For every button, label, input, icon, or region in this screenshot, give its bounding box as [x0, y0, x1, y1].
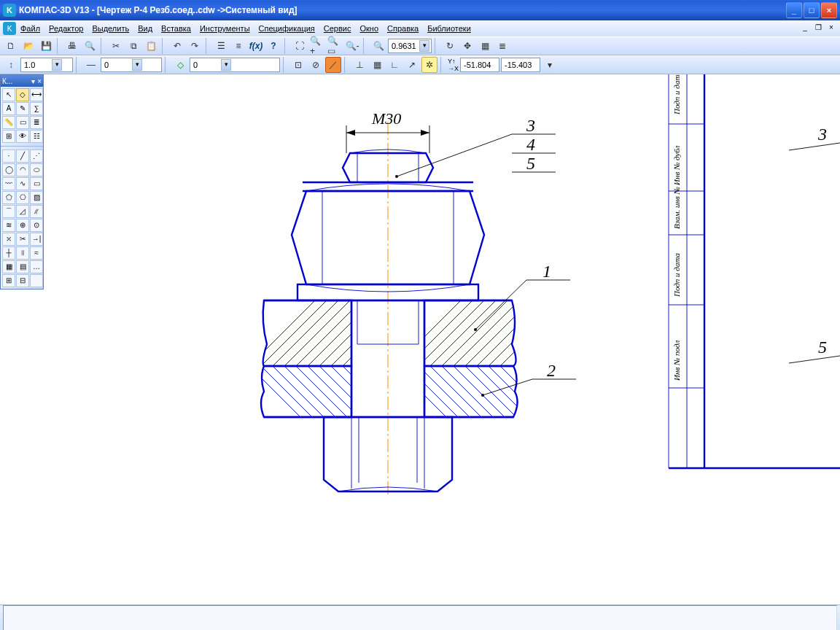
maximize-button[interactable]: □ [804, 2, 820, 18]
geo-proj[interactable]: ⊙ [30, 219, 43, 232]
snap-end-button[interactable]: ⊡ [290, 57, 306, 73]
geo-axis[interactable]: ┼ [2, 246, 15, 260]
menu-tools[interactable]: Инструменты [195, 23, 254, 34]
menu-libs[interactable]: Библиотеки [423, 23, 475, 34]
menu-file[interactable]: Файл [16, 23, 44, 34]
coord-lock-button[interactable]: ▾ [542, 57, 558, 73]
minimize-button[interactable]: _ [786, 2, 802, 18]
zoom-fit-button[interactable]: ⛶ [292, 38, 308, 54]
coord-x-field[interactable]: -51.804 [460, 58, 499, 72]
new-button[interactable]: 🗋 [3, 38, 19, 54]
tool-spec[interactable]: ≣ [30, 116, 43, 129]
tool-view[interactable]: 👁 [16, 130, 29, 143]
help-button[interactable]: ? [265, 38, 281, 54]
layer-icon[interactable]: ◇ [172, 57, 188, 73]
geo-break[interactable]: ⤫ [2, 233, 15, 246]
open-button[interactable]: 📂 [20, 38, 36, 54]
menu-insert[interactable]: Вставка [157, 23, 195, 34]
geo-wave[interactable]: ≈ [30, 246, 43, 260]
layer-combo[interactable]: 0▾ [190, 58, 280, 72]
mdi-restore-button[interactable]: ❐ [812, 23, 824, 34]
menu-spec[interactable]: Спецификация [254, 23, 319, 34]
views-button[interactable]: ▦ [477, 38, 493, 54]
geo-arc[interactable]: ◠ [16, 163, 29, 176]
tool-dim[interactable]: ⟷ [30, 88, 43, 101]
close-button[interactable]: × [821, 2, 837, 18]
property-body[interactable] [3, 605, 837, 630]
snap-toggle-button[interactable]: ✲ [421, 57, 438, 73]
zoom-out-button[interactable]: 🔍- [344, 38, 360, 54]
axis-button[interactable]: ∟ [386, 57, 402, 73]
zoom-combo[interactable]: 0.9631▾ [388, 39, 432, 53]
geo-table[interactable]: ▦ [2, 260, 15, 273]
pan-button[interactable]: ✥ [459, 38, 475, 54]
tool-arrow[interactable]: ↖ [2, 88, 15, 101]
save-button[interactable]: 💾 [38, 38, 54, 54]
copy-button[interactable]: ⧉ [125, 38, 141, 54]
grid-button[interactable]: ▦ [369, 57, 385, 73]
geo-multi[interactable]: ⦀ [16, 246, 29, 260]
app-menu-icon[interactable]: K [3, 22, 16, 35]
linestyle-icon[interactable]: — [83, 57, 99, 73]
geo-c[interactable] [30, 274, 43, 287]
vars-button[interactable]: ≡ [230, 38, 246, 54]
menu-service[interactable]: Сервис [319, 23, 356, 34]
geo-collect[interactable]: ⊕ [16, 219, 29, 232]
palette-pin-icon[interactable]: ▾ × [31, 77, 42, 85]
geo-line[interactable]: ╱ [16, 149, 29, 163]
geo-a[interactable]: ⊞ [2, 274, 15, 287]
zoom-scale-icon[interactable]: 🔍 [370, 38, 386, 54]
cut-button[interactable]: ✂ [108, 38, 124, 54]
compact-palette[interactable]: К...▾ × ↖ ◇ ⟷ A ✎ ∑ 📏 ▭ ≣ ⊞ 👁 ☷ ·╱⋰ ◯◠⬭ … [0, 74, 44, 289]
geo-ellipse[interactable]: ⬭ [30, 163, 43, 176]
geo-fillet[interactable]: ⌒ [2, 205, 15, 218]
mdi-minimize-button[interactable]: _ [799, 23, 811, 34]
fx-button[interactable]: f(x) [248, 38, 264, 54]
tool-assoc[interactable]: ⊞ [2, 130, 15, 143]
menu-help[interactable]: Справка [383, 23, 423, 34]
geo-trim[interactable]: ✂ [16, 233, 29, 246]
ortho-button[interactable]: ⊥ [351, 57, 368, 73]
tool-edit[interactable]: ✎ [16, 102, 29, 115]
menu-edit[interactable]: Редактор [44, 23, 88, 34]
coord-y-field[interactable]: -15.403 [501, 58, 540, 72]
geo-rect[interactable]: ▭ [30, 177, 43, 190]
menu-view[interactable]: Вид [133, 23, 157, 34]
redo-button[interactable]: ↷ [187, 38, 203, 54]
geo-extend[interactable]: →| [30, 233, 43, 246]
geo-more[interactable]: … [30, 260, 43, 273]
lineweight-combo[interactable]: 1.0▾ [20, 58, 73, 72]
tool-geom[interactable]: ◇ [16, 88, 29, 101]
tool-sel[interactable]: ▭ [16, 116, 29, 129]
zoom-in-button[interactable]: 🔍+ [309, 38, 325, 54]
tool-text[interactable]: A [2, 102, 15, 115]
linetype-icon[interactable]: ↕ [3, 57, 19, 73]
preview-button[interactable]: 🔍 [82, 38, 98, 54]
snap-active-button[interactable]: ／ [325, 57, 341, 73]
redraw-button[interactable]: ↻ [442, 38, 458, 54]
geo-chamfer[interactable]: ◿ [16, 205, 29, 218]
lcs-button[interactable]: ↗ [404, 57, 420, 73]
mdi-close-button[interactable]: × [825, 23, 837, 34]
menu-select[interactable]: Выделить [88, 23, 133, 34]
step-combo[interactable]: 0▾ [101, 58, 162, 72]
tool-measure[interactable]: 📏 [2, 116, 15, 129]
geo-equid[interactable]: ≋ [2, 219, 15, 232]
geo-contour[interactable]: ⎔ [16, 191, 29, 204]
geo-hatch[interactable]: ▨ [30, 191, 43, 204]
layers-button[interactable]: ≣ [494, 38, 510, 54]
tool-param[interactable]: ∑ [30, 102, 43, 115]
paste-button[interactable]: 📋 [143, 38, 159, 54]
undo-button[interactable]: ↶ [169, 38, 185, 54]
geo-stamp[interactable]: ▤ [16, 260, 29, 273]
menu-window[interactable]: Окно [355, 23, 383, 34]
geo-spline[interactable]: 〰 [2, 177, 15, 190]
tool-lib[interactable]: ☷ [30, 130, 43, 143]
geo-b[interactable]: ⊟ [16, 274, 29, 287]
props-button[interactable]: ☰ [213, 38, 229, 54]
snap-mid-button[interactable]: ⊘ [308, 57, 324, 73]
zoom-window-button[interactable]: 🔍▭ [327, 38, 343, 54]
geo-aux[interactable]: ⋰ [30, 149, 43, 163]
geo-offset[interactable]: ⫽ [30, 205, 43, 218]
geo-poly[interactable]: ⬠ [2, 191, 15, 204]
